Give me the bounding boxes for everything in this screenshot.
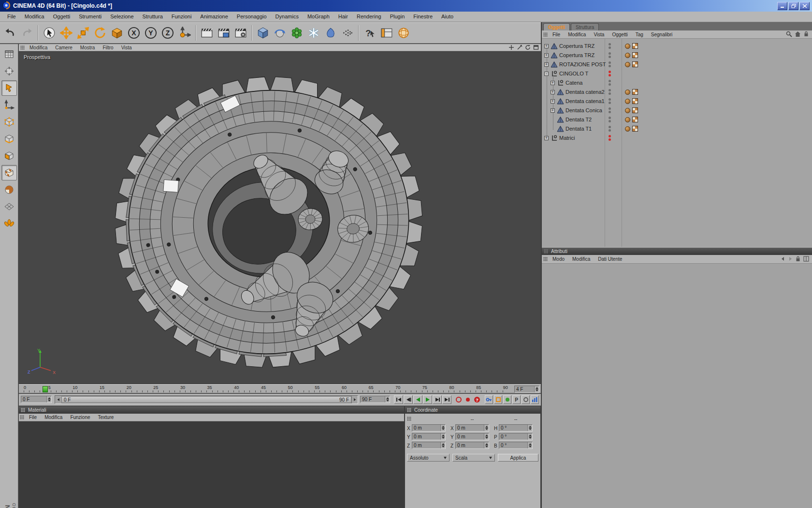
- render-settings-button[interactable]: [232, 24, 249, 42]
- material-tag-icon[interactable]: [625, 99, 630, 104]
- stepper[interactable]: [440, 425, 445, 431]
- search-icon[interactable]: [786, 31, 792, 38]
- goto-end-button[interactable]: [442, 395, 451, 404]
- menu-struttura[interactable]: Struttura: [138, 12, 167, 22]
- lock-y-axis-button[interactable]: Y: [143, 24, 159, 42]
- current-frame-field[interactable]: 4 F: [514, 386, 539, 393]
- expand-icon[interactable]: +: [544, 53, 549, 58]
- object-row[interactable]: + Catena: [542, 78, 812, 88]
- range-bar[interactable]: [61, 396, 351, 403]
- visibility-dots[interactable]: [608, 43, 611, 49]
- fcurve-mode-button[interactable]: [531, 395, 539, 404]
- lock-x-axis-button[interactable]: X: [126, 24, 142, 42]
- model-mode-icon[interactable]: [1, 80, 17, 96]
- visibility-dots[interactable]: [608, 61, 611, 67]
- range-right-arrow-icon[interactable]: [351, 396, 358, 403]
- record-rotation-button[interactable]: [503, 395, 511, 404]
- live-selection-button[interactable]: [41, 24, 58, 42]
- lock-icon[interactable]: [795, 256, 801, 263]
- range-left-arrow-icon[interactable]: [55, 396, 61, 403]
- attributes-content[interactable]: [542, 264, 812, 508]
- viewport-menu-vista[interactable]: Vista: [117, 43, 136, 53]
- viewport-canvas[interactable]: Prospettiva Y Z X: [19, 52, 541, 384]
- menu-oggetti[interactable]: Oggetti: [49, 12, 74, 22]
- menu-aiuto[interactable]: Aiuto: [437, 12, 458, 22]
- lock-z-axis-button[interactable]: Z: [160, 24, 176, 42]
- rot-h-field[interactable]: 0 °: [499, 424, 533, 432]
- record-key-button[interactable]: [464, 396, 472, 403]
- om-menu-vista[interactable]: Vista: [590, 30, 608, 40]
- minimize-button[interactable]: [777, 2, 787, 10]
- drag-grip[interactable]: [20, 45, 25, 50]
- particles-button[interactable]: [339, 24, 356, 42]
- menu-file[interactable]: File: [3, 12, 20, 22]
- viewport-menu-modifica[interactable]: Modifica: [26, 43, 51, 53]
- materials-menu-modifica[interactable]: Modifica: [41, 412, 66, 422]
- range-start-stepper[interactable]: [46, 396, 51, 403]
- range-start-field[interactable]: 0 F: [21, 396, 52, 403]
- home-icon[interactable]: [795, 31, 801, 38]
- visibility-dots[interactable]: [608, 135, 611, 141]
- pos-x-field[interactable]: 0 m: [412, 424, 446, 432]
- texture-tag-icon[interactable]: [632, 89, 638, 95]
- viewport-menu-mostra[interactable]: Mostra: [76, 43, 99, 53]
- rot-p-field[interactable]: 0 °: [499, 433, 533, 440]
- stepper[interactable]: [484, 425, 489, 431]
- animation-help-button[interactable]: ?: [473, 396, 481, 403]
- stepper[interactable]: [527, 442, 532, 448]
- om-menu-segnalibri[interactable]: Segnalibri: [647, 30, 676, 40]
- pos-z-field[interactable]: 0 m: [412, 442, 446, 449]
- layout-panel-icon[interactable]: [803, 256, 809, 263]
- stepper[interactable]: [440, 442, 445, 448]
- material-tag-icon[interactable]: [625, 117, 630, 122]
- menu-animazione[interactable]: Animazione: [196, 12, 232, 22]
- toggle-view-icon[interactable]: [533, 45, 539, 50]
- primitive-cube-button[interactable]: [255, 24, 271, 42]
- active-tool-button[interactable]: [109, 24, 125, 42]
- materials-menu-texture[interactable]: Texture: [94, 412, 118, 422]
- texture-tag-icon[interactable]: [632, 43, 638, 49]
- expand-icon[interactable]: +: [544, 136, 549, 140]
- drag-grip[interactable]: [543, 257, 548, 261]
- object-row[interactable]: + Dentata catena1: [542, 97, 812, 106]
- current-frame-marker[interactable]: [43, 386, 48, 392]
- record-button[interactable]: [455, 396, 463, 403]
- history-forward-icon[interactable]: [788, 256, 793, 262]
- texture-tag-icon[interactable]: [632, 117, 638, 122]
- menu-strumenti[interactable]: Strumenti: [74, 12, 106, 22]
- viewport-menu-camere[interactable]: Camere: [51, 43, 76, 53]
- environment-button[interactable]: [322, 24, 339, 42]
- menu-rendering[interactable]: Rendering: [352, 12, 386, 22]
- pan-view-icon[interactable]: [508, 45, 514, 50]
- texture-tag-icon[interactable]: [632, 126, 638, 132]
- close-button[interactable]: [799, 2, 810, 10]
- stepper[interactable]: [484, 442, 489, 448]
- menu-selezione[interactable]: Selezione: [106, 12, 138, 22]
- expand-icon[interactable]: +: [551, 99, 555, 104]
- content-browser-button[interactable]: [395, 24, 412, 42]
- object-row[interactable]: - CINGOLO T: [542, 69, 812, 78]
- view-label[interactable]: Prospettiva: [24, 54, 50, 60]
- texture-mode-icon[interactable]: [1, 165, 17, 180]
- restore-button[interactable]: [788, 2, 798, 10]
- expand-icon[interactable]: +: [544, 44, 549, 48]
- next-frame-button[interactable]: [433, 395, 442, 404]
- menu-personaggio[interactable]: Personaggio: [232, 12, 271, 22]
- size-y-field[interactable]: 0 m: [455, 433, 489, 440]
- object-row[interactable]: + Dentata catena2: [542, 88, 812, 97]
- apply-button[interactable]: Applica: [498, 454, 538, 462]
- undo-button[interactable]: [2, 24, 18, 42]
- object-row[interactable]: + ROTAZIONE POST: [542, 60, 812, 69]
- material-tag-icon[interactable]: [625, 62, 630, 67]
- material-tag-icon[interactable]: [625, 90, 630, 95]
- drag-grip[interactable]: [407, 408, 411, 412]
- stepper[interactable]: [527, 433, 532, 440]
- titlebar[interactable]: CINEMA 4D (64 Bit) - [Cingolo.c4d *]: [0, 0, 812, 12]
- menu-finestre[interactable]: Finestre: [409, 12, 437, 22]
- edges-mode-icon[interactable]: [1, 131, 17, 147]
- mograph-button[interactable]: [289, 24, 305, 42]
- scale-tool-button[interactable]: [75, 24, 91, 42]
- object-tool-icon[interactable]: [1, 63, 17, 79]
- menu-dynamics[interactable]: Dynamics: [271, 12, 303, 22]
- visibility-dots[interactable]: [608, 107, 611, 113]
